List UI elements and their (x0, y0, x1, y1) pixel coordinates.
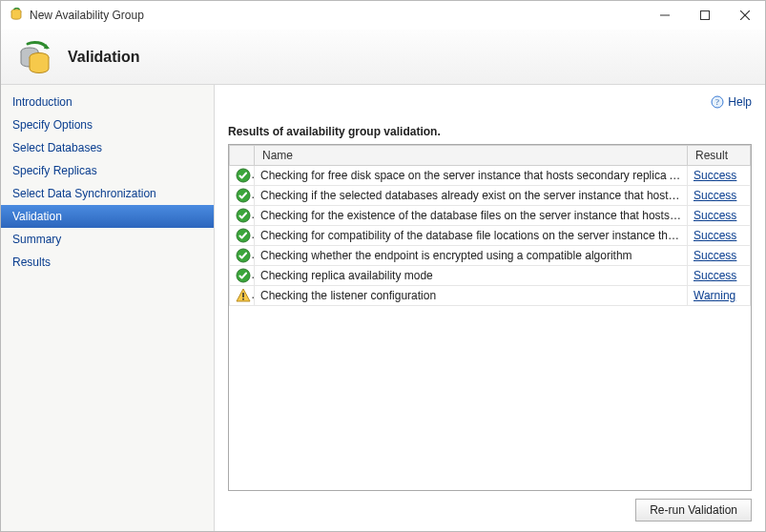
body: IntroductionSpecify OptionsSelect Databa… (1, 85, 765, 531)
svg-text:?: ? (715, 97, 719, 107)
header: Validation (1, 30, 765, 85)
validation-result: Success (688, 206, 751, 226)
validation-step-name: Checking whether the endpoint is encrypt… (255, 246, 688, 266)
validation-step-name: Checking the listener configuration (255, 286, 688, 306)
sidebar-item-select-data-synchronization[interactable]: Select Data Synchronization (1, 182, 214, 205)
validation-step-name: Checking for free disk space on the serv… (255, 166, 688, 186)
success-icon (230, 206, 255, 226)
result-link[interactable]: Warning (694, 289, 735, 302)
validation-result: Success (688, 166, 751, 186)
validation-step-name: Checking for compatibility of the databa… (255, 226, 688, 246)
close-button[interactable] (725, 2, 765, 29)
result-link[interactable]: Success (694, 249, 736, 262)
validation-result: Success (688, 246, 751, 266)
sidebar-item-select-databases[interactable]: Select Databases (1, 136, 214, 159)
result-link[interactable]: Success (694, 269, 736, 282)
success-icon (230, 166, 255, 186)
help-icon: ? (711, 95, 724, 109)
success-icon (230, 246, 255, 266)
success-icon (230, 266, 255, 286)
warning-icon (230, 286, 255, 306)
sidebar: IntroductionSpecify OptionsSelect Databa… (1, 85, 215, 531)
main-panel: ? Help Results of availability group val… (215, 85, 765, 531)
column-header-icon[interactable] (230, 146, 255, 166)
table-row[interactable]: Checking whether the endpoint is encrypt… (230, 246, 751, 266)
svg-line-4 (740, 10, 750, 20)
sidebar-item-specify-options[interactable]: Specify Options (1, 113, 214, 136)
validation-result: Success (688, 266, 751, 286)
table-row[interactable]: Checking for free disk space on the serv… (230, 166, 751, 186)
table-row[interactable]: Checking for compatibility of the databa… (230, 226, 751, 246)
validation-result: Success (688, 226, 751, 246)
result-link[interactable]: Success (694, 189, 736, 202)
app-icon (9, 8, 24, 23)
window-title: New Availability Group (30, 9, 144, 22)
result-link[interactable]: Success (694, 169, 736, 182)
validation-step-name: Checking if the selected databases alrea… (255, 186, 688, 206)
validation-grid[interactable]: Name Result Checking for free disk space… (228, 144, 752, 491)
table-row[interactable]: Checking if the selected databases alrea… (230, 186, 751, 206)
window-frame: New Availability Group Validation Introd… (0, 0, 766, 532)
svg-rect-2 (701, 11, 710, 20)
rerun-validation-button[interactable]: Re-run Validation (635, 499, 752, 522)
success-icon (230, 186, 255, 206)
validation-result: Warning (688, 286, 751, 306)
titlebar: New Availability Group (1, 1, 765, 30)
validation-step-name: Checking for the existence of the databa… (255, 206, 688, 226)
column-header-name[interactable]: Name (255, 146, 688, 166)
sidebar-item-specify-replicas[interactable]: Specify Replicas (1, 159, 214, 182)
sidebar-item-introduction[interactable]: Introduction (1, 91, 214, 113)
svg-line-3 (740, 10, 750, 20)
help-link[interactable]: Help (728, 95, 752, 109)
table-row[interactable]: Checking replica availability modeSucces… (230, 266, 751, 286)
column-header-result[interactable]: Result (688, 146, 751, 166)
maximize-button[interactable] (685, 2, 725, 29)
validation-step-name: Checking replica availability mode (255, 266, 688, 286)
page-title: Validation (68, 49, 140, 66)
success-icon (230, 226, 255, 246)
footer: Re-run Validation (228, 491, 752, 522)
minimize-button[interactable] (645, 2, 685, 29)
sidebar-item-summary[interactable]: Summary (1, 228, 214, 251)
table-row[interactable]: Checking for the existence of the databa… (230, 206, 751, 226)
result-link[interactable]: Success (694, 229, 736, 242)
validation-result: Success (688, 186, 751, 206)
wizard-icon (16, 38, 54, 76)
sidebar-item-validation[interactable]: Validation (1, 205, 214, 228)
result-link[interactable]: Success (694, 209, 736, 222)
table-row[interactable]: Checking the listener configurationWarni… (230, 286, 751, 306)
results-subtitle: Results of availability group validation… (228, 125, 752, 138)
sidebar-item-results[interactable]: Results (1, 251, 214, 274)
